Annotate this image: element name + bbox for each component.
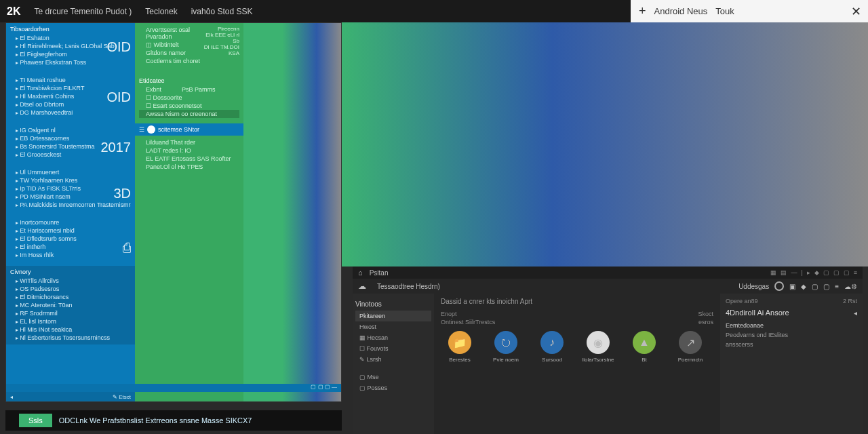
nav-item[interactable]: ▦ Hecsan bbox=[355, 332, 431, 343]
tree-item[interactable]: ☐ Esart scoonnetsot bbox=[139, 102, 239, 110]
footer-left[interactable]: ◂ bbox=[10, 394, 13, 400]
tree-item[interactable]: PsB Pamms bbox=[175, 85, 216, 94]
mini-icon[interactable]: ≡ bbox=[835, 283, 839, 290]
tree-item[interactable]: WITlls Allrcilvs bbox=[10, 277, 131, 285]
studio-body: Vinotoos Pkitareen Hwost ▦ Hecsan ☐ Fouv… bbox=[353, 294, 863, 434]
app-label: Bt bbox=[642, 357, 647, 363]
ide-window: Tibsoardorhen OID El Eshaton Hl Ririrehl… bbox=[5, 22, 342, 402]
toolbar-icon[interactable]: ≡ bbox=[854, 269, 857, 276]
tree-item[interactable]: Nl Esbertorisus Tosersunsrnincss bbox=[10, 334, 131, 342]
tree-item[interactable]: RF Srodrmmil bbox=[10, 309, 131, 317]
mini-icon[interactable]: ☁⚙ bbox=[844, 283, 857, 290]
cloud-icon[interactable] bbox=[358, 281, 370, 291]
store-sub-left: Ontinest SiilrTrestcs bbox=[441, 319, 495, 326]
tree-item[interactable]: EL lisl Isntorn bbox=[10, 317, 131, 326]
tree-item[interactable]: TW Yorhlaamen Kres bbox=[10, 176, 131, 184]
tree-item[interactable]: IG Oslgent nl bbox=[10, 126, 131, 134]
app-icon: ◉ bbox=[587, 331, 610, 354]
terminal-text: ODCLnk We Prafstbnslist Extrreons snsne … bbox=[59, 416, 252, 425]
nav-item[interactable]: ☐ Fouvots bbox=[355, 343, 431, 354]
menu-item[interactable]: Te drcure Temenito Pudot ) bbox=[34, 7, 132, 16]
tree-item[interactable]: Hl Mis INot seakica bbox=[10, 326, 131, 334]
toolbar-icon[interactable]: ▤ bbox=[781, 269, 787, 276]
search-icon[interactable] bbox=[774, 281, 784, 291]
tree-item[interactable]: PA Malckidsis Inreerncorren Trastemismra bbox=[10, 201, 131, 209]
mini-icon[interactable]: ▢ bbox=[823, 283, 829, 290]
menu-item[interactable]: Teclonek bbox=[145, 7, 177, 16]
toolbar-icon[interactable]: ▦ bbox=[770, 269, 776, 276]
app-tile[interactable]: ⭮Pvie noem bbox=[487, 331, 525, 363]
close-icon[interactable]: ✕ bbox=[851, 4, 861, 19]
tab-sub[interactable]: Touk bbox=[715, 6, 734, 16]
tab-title[interactable]: Android Neus bbox=[654, 6, 708, 16]
group-badge: 2017 bbox=[101, 140, 132, 155]
toolbar-icon[interactable]: ▸ bbox=[807, 269, 810, 276]
tree-item[interactable]: OS Padsesros bbox=[10, 285, 131, 293]
status-icons[interactable]: ▢ ▢ ▢ — bbox=[311, 384, 337, 392]
tree-header: Civnory bbox=[10, 269, 131, 275]
store-head-right[interactable]: Skoct bbox=[698, 311, 713, 317]
toolbar-icon[interactable]: | bbox=[801, 269, 802, 276]
tree-item[interactable]: TI Menait roshue bbox=[10, 76, 131, 84]
tree-item[interactable]: Exbnt bbox=[139, 85, 161, 94]
tree-item[interactable]: Gltdons namor bbox=[139, 49, 201, 57]
collapse-icon[interactable]: ◂ bbox=[854, 309, 857, 317]
toolbar-icon[interactable]: ▢ bbox=[833, 269, 840, 276]
app-icon: ▲ bbox=[633, 331, 656, 354]
tree-item[interactable]: LADT redes l: IO bbox=[139, 146, 239, 155]
tree-item[interactable]: Arverttserst osal Pvaradon bbox=[139, 26, 201, 41]
tree-item-selected[interactable]: Awssa Nisrn oo creenonat bbox=[139, 110, 239, 118]
mini-icon[interactable]: ◆ bbox=[801, 283, 806, 290]
nav-item[interactable]: Hwost bbox=[355, 321, 431, 332]
ide-footer: ◂ ✎ Etsct bbox=[6, 392, 135, 401]
toolbar-icon[interactable]: ▢ bbox=[823, 269, 829, 276]
toolbar-icon[interactable]: — bbox=[791, 269, 797, 276]
tree-item[interactable]: EL EATF Ertosass SAS Roofter bbox=[139, 155, 239, 163]
section-header: ☰ scitemse SNtor bbox=[135, 123, 243, 136]
home-icon[interactable]: ⌂ bbox=[358, 269, 363, 277]
tree-item[interactable]: PD MSINiart nsem bbox=[10, 193, 131, 201]
side-section: Eemtedoanae bbox=[726, 321, 857, 330]
tree-item[interactable]: Coctlerns tim choret bbox=[139, 57, 201, 65]
studio-window: ⌂ Psitan ▦ ▤ — | ▸ ◆ ▢ ▢ ▢ ≡ Tessaodtree… bbox=[353, 267, 863, 434]
tree-item[interactable]: Phawesr Ekskxtran Toss bbox=[10, 58, 131, 66]
tree-item[interactable]: El intherh bbox=[10, 243, 131, 251]
nav-item[interactable]: ▢ Mse bbox=[355, 372, 431, 382]
app-tile[interactable]: ◉llolarTsorstne bbox=[579, 331, 617, 363]
tree-item[interactable]: Im Hoss rhlk bbox=[10, 251, 131, 259]
footer-right[interactable]: ✎ Etsct bbox=[113, 394, 131, 400]
toolbar-icon[interactable]: ◆ bbox=[814, 269, 819, 276]
app-tile[interactable]: ♪Sursood bbox=[533, 331, 571, 363]
new-tab-icon[interactable]: + bbox=[639, 4, 646, 18]
tree-item[interactable]: El Ditmichorsancs bbox=[10, 293, 131, 301]
menu-item[interactable]: ivahôo Stod SSK bbox=[191, 7, 253, 16]
side-item[interactable]: Peodvarns ond IEslites bbox=[726, 330, 857, 340]
nav-item[interactable]: ▢ Posses bbox=[355, 382, 431, 393]
app-tile[interactable]: ▲Bt bbox=[625, 331, 663, 363]
titlebar-icons: ▦ ▤ — | ▸ ◆ ▢ ▢ ▢ ≡ bbox=[770, 269, 857, 276]
tree-item[interactable]: ◫ Wibtintelt bbox=[139, 41, 201, 49]
tree-item[interactable]: MC Ateroteni: T0an bbox=[10, 301, 131, 309]
tree-item[interactable]: Inortcomounre bbox=[10, 218, 131, 226]
app-tile[interactable]: 📁Berestes bbox=[441, 331, 479, 363]
tree-item[interactable]: Lilduand That rder bbox=[139, 138, 239, 146]
path-text: Tessaodtree Hesdrn) bbox=[377, 283, 440, 290]
terminal-button[interactable]: Ssls bbox=[19, 414, 52, 427]
tree-item[interactable]: Panet.Ol ol He TPES bbox=[139, 163, 239, 171]
mini-icon[interactable]: ▢ bbox=[812, 283, 818, 290]
tree-item[interactable]: El Dfledtsrurb somns bbox=[10, 235, 131, 243]
nav-item[interactable]: ✎ Lsrsh bbox=[355, 354, 431, 365]
side-item[interactable]: ansscerss bbox=[726, 340, 857, 349]
tree-item[interactable]: Ip TID As FISK SLTrris bbox=[10, 184, 131, 193]
editor-canvas[interactable] bbox=[243, 23, 341, 401]
studio-toolbar: Tessaodtree Hesdrn) Uddesgas ▣ ◆ ▢ ▢ ≡ ☁… bbox=[353, 279, 863, 294]
toolbar-icon[interactable]: ▢ bbox=[844, 269, 850, 276]
nav-item[interactable]: Pkitareen bbox=[355, 311, 431, 321]
tree-item[interactable]: DG Marshoveedtrai bbox=[10, 108, 131, 117]
mini-icon[interactable]: ▣ bbox=[789, 283, 795, 290]
tree-item[interactable]: ☐ Dossoorite bbox=[139, 94, 239, 102]
tree-meta: EIk EEE eLI rl Sb bbox=[201, 32, 239, 44]
tree-item[interactable]: Ul Ummuenert bbox=[10, 168, 131, 176]
app-tile[interactable]: ↗Poernnctn bbox=[671, 331, 709, 363]
tree-item[interactable]: Et Hariscornesi nbid bbox=[10, 226, 131, 235]
